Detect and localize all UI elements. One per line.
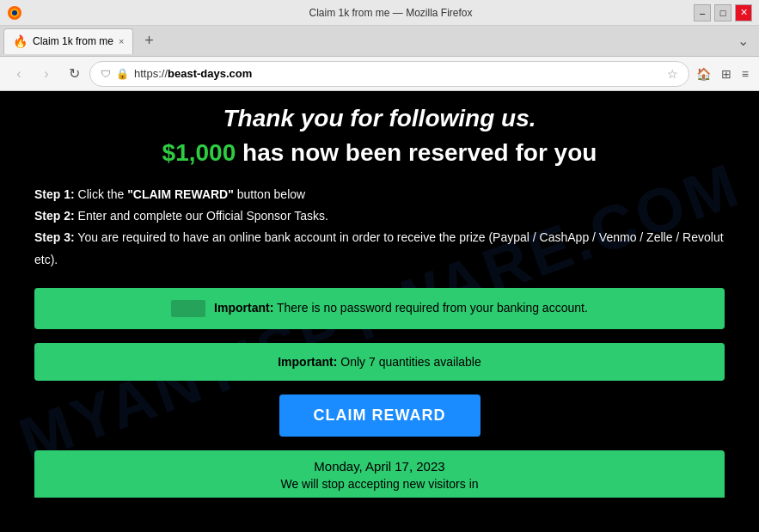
url-text: https://beast-days.com — [134, 67, 662, 80]
info-banner-2: Important: Only 7 quantities available — [34, 343, 725, 381]
main-title: Thank you for following us. — [34, 105, 725, 132]
close-button[interactable]: ✕ — [735, 4, 752, 21]
web-page: MYANTISPYWARE.COM Thank you for followin… — [0, 91, 759, 532]
maximize-button[interactable]: □ — [714, 4, 731, 21]
firefox-icon — [7, 5, 22, 21]
tracking-protection-icon: 🛡 — [101, 68, 111, 80]
reload-button[interactable]: ↻ — [62, 62, 86, 86]
banner1-bold: Important: — [214, 300, 273, 314]
tab-label: Claim 1k from me — [33, 35, 113, 47]
bookmark-icon[interactable]: ☆ — [667, 67, 678, 81]
step1-label: Step 1: — [34, 187, 75, 201]
step-3: Step 3: You are required to have an onli… — [34, 227, 725, 270]
step1-text: Click the — [78, 187, 128, 201]
window-title: Claim 1k from me — Mozilla Firefox — [29, 7, 752, 19]
step1-rest: button below — [237, 187, 305, 201]
browser-tab[interactable]: 🔥 Claim 1k from me × — [3, 28, 133, 54]
tab-favicon: 🔥 — [13, 34, 28, 48]
lock-icon: 🔒 — [116, 68, 129, 80]
steps-list: Step 1: Click the "CLAIM REWARD" button … — [34, 184, 725, 271]
amount-text: $1,000 — [162, 139, 236, 166]
step1-highlight: "CLAIM REWARD" — [127, 187, 234, 201]
minimize-button[interactable]: – — [694, 4, 711, 21]
domain-text: beast-days.com — [168, 67, 252, 80]
extensions-button[interactable]: ⊞ — [718, 67, 735, 81]
date-text: Monday, April 17, 2023 — [43, 459, 716, 474]
tab-bar: 🔥 Claim 1k from me × + ⌄ — [0, 26, 759, 57]
forward-button[interactable]: › — [34, 62, 58, 86]
page-content: Thank you for following us. $1,000 has n… — [0, 91, 759, 515]
stop-text: We will stop accepting new visitors in — [43, 477, 716, 491]
claim-button-wrapper: CLAIM REWARD — [34, 394, 725, 437]
window-controls: – □ ✕ — [694, 4, 752, 21]
tab-menu-button[interactable]: ⌄ — [731, 33, 756, 49]
tab-close-button[interactable]: × — [119, 36, 124, 46]
address-bar[interactable]: 🛡 🔒 https://beast-days.com ☆ — [89, 61, 689, 87]
info-banner-1: Important: There is no password required… — [34, 288, 725, 329]
pocket-icon[interactable]: 🏠 — [693, 67, 714, 81]
claim-reward-button[interactable]: CLAIM REWARD — [279, 394, 480, 437]
step3-text: You are required to have an online bank … — [34, 230, 724, 266]
titlebar: Claim 1k from me — Mozilla Firefox – □ ✕ — [0, 0, 759, 26]
date-banner: Monday, April 17, 2023 We will stop acce… — [34, 450, 725, 498]
banner2-text: Only 7 quantities available — [337, 355, 480, 369]
subtitle: $1,000 has now been reserved for you — [34, 139, 725, 167]
banner2-bold: Important: — [278, 355, 337, 369]
step2-label: Step 2: — [34, 209, 75, 223]
back-button[interactable]: ‹ — [7, 62, 31, 86]
banner-image — [171, 300, 205, 317]
protocol-text: https:// — [134, 67, 168, 80]
new-tab-button[interactable]: + — [137, 29, 161, 53]
step3-label: Step 3: — [34, 230, 75, 244]
svg-point-2 — [12, 10, 17, 15]
banner1-text: There is no password required from your … — [273, 300, 588, 314]
navigation-bar: ‹ › ↻ 🛡 🔒 https://beast-days.com ☆ 🏠 ⊞ ≡ — [0, 57, 759, 91]
menu-button[interactable]: ≡ — [738, 67, 752, 81]
step-1: Step 1: Click the "CLAIM REWARD" button … — [34, 184, 725, 205]
step-2: Step 2: Enter and complete our Official … — [34, 205, 725, 227]
subtitle-suffix: has now been reserved for you — [236, 139, 597, 166]
step2-text: Enter and complete our Official Sponsor … — [78, 209, 328, 223]
